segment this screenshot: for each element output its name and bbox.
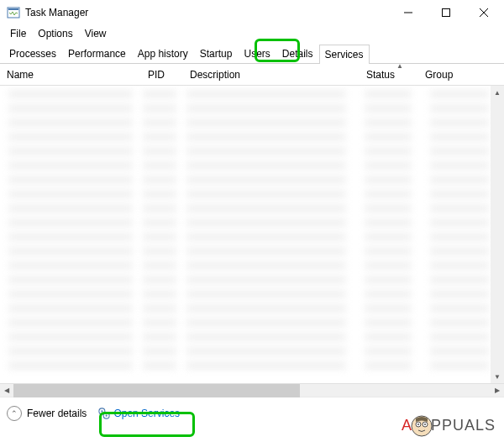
sort-indicator-icon: ▲	[396, 62, 403, 70]
tab-startup[interactable]: Startup	[194, 44, 239, 63]
services-gear-icon	[98, 408, 110, 419]
scroll-left-button[interactable]: ◀	[0, 384, 13, 397]
column-description[interactable]: Description	[183, 66, 360, 84]
column-pid[interactable]: PID	[141, 66, 183, 84]
content-area: Name PID Description Status ▲ Group ▲ ▼ …	[0, 64, 504, 397]
open-services-link[interactable]: Open Services	[95, 406, 183, 421]
window-controls	[389, 0, 502, 25]
minimize-button[interactable]	[389, 0, 427, 25]
svg-point-7	[102, 410, 103, 412]
close-button[interactable]	[465, 0, 502, 25]
svg-rect-3	[442, 9, 449, 17]
vertical-scrollbar[interactable]: ▲ ▼	[491, 86, 504, 383]
scroll-down-button[interactable]: ▼	[491, 370, 504, 383]
tab-details[interactable]: Details	[276, 44, 319, 63]
watermark-avatar-icon	[411, 415, 433, 437]
scroll-right-button[interactable]: ▶	[491, 384, 504, 397]
blurred-data	[186, 91, 346, 376]
scrollbar-track[interactable]	[13, 384, 491, 397]
fewer-details-label: Fewer details	[27, 408, 87, 419]
svg-point-14	[424, 424, 426, 425]
tab-services[interactable]: Services	[319, 45, 370, 64]
titlebar: Task Manager	[0, 0, 504, 25]
scroll-up-button[interactable]: ▲	[491, 86, 504, 99]
watermark-text: APPUALS	[402, 415, 496, 437]
blurred-data	[365, 91, 412, 376]
window-title: Task Manager	[25, 7, 389, 18]
menu-view[interactable]: View	[80, 26, 112, 41]
menu-options[interactable]: Options	[33, 26, 77, 41]
maximize-button[interactable]	[427, 0, 465, 25]
chevron-up-icon: ⌃	[7, 406, 22, 421]
tab-users[interactable]: Users	[238, 44, 276, 63]
services-list[interactable]: ▲ ▼	[0, 86, 504, 383]
column-name[interactable]: Name	[0, 66, 141, 84]
tab-app-history[interactable]: App history	[132, 44, 194, 63]
scrollbar-thumb[interactable]	[13, 384, 300, 397]
column-status[interactable]: Status	[360, 66, 418, 84]
svg-rect-1	[8, 8, 18, 10]
blurred-data	[8, 91, 133, 376]
horizontal-scrollbar[interactable]: ◀ ▶	[0, 383, 504, 397]
tab-performance[interactable]: Performance	[62, 44, 132, 63]
svg-point-9	[106, 414, 108, 416]
blurred-data	[430, 91, 489, 376]
tabbar: Processes Performance App history Startu…	[0, 42, 504, 64]
tab-processes[interactable]: Processes	[3, 44, 62, 63]
fewer-details-button[interactable]: ⌃ Fewer details	[7, 406, 87, 421]
open-services-label: Open Services	[113, 408, 180, 419]
task-manager-icon	[7, 6, 20, 19]
column-headers: Name PID Description Status ▲ Group	[0, 64, 504, 86]
svg-point-13	[417, 424, 419, 425]
menu-file[interactable]: File	[5, 26, 31, 41]
blurred-data	[143, 91, 176, 376]
menubar: File Options View	[0, 25, 504, 42]
column-group[interactable]: Group	[418, 66, 486, 84]
watermark: APPUALS	[402, 415, 496, 437]
